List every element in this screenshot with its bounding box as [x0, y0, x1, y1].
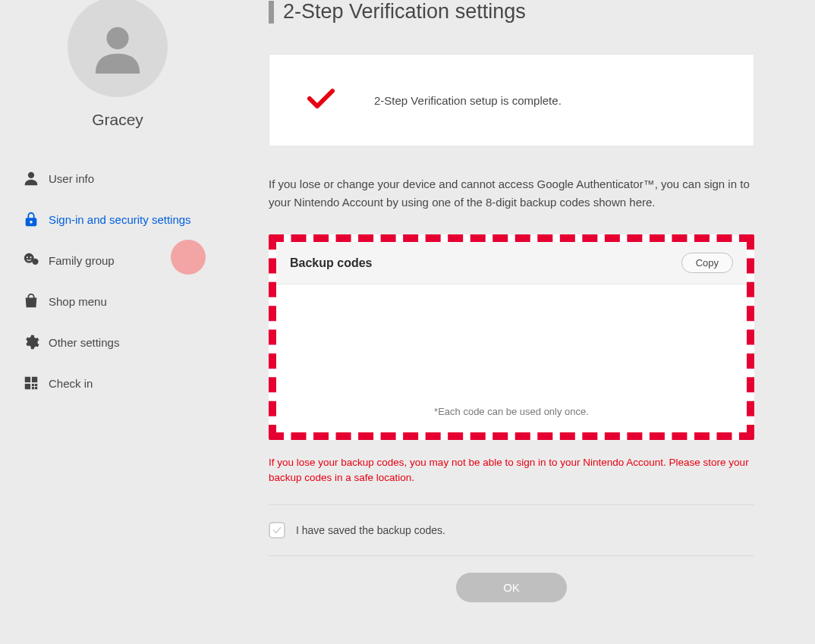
svg-point-3	[32, 259, 38, 265]
check-icon	[307, 88, 335, 112]
backup-header: Backup codes Copy	[276, 242, 747, 284]
backup-title: Backup codes	[290, 256, 372, 270]
sidebar-item-label: Family group	[49, 254, 115, 267]
sidebar-item-label: Check in	[49, 377, 93, 390]
checkbox-label: I have saved the backup codes.	[296, 524, 445, 536]
svg-point-1	[28, 172, 34, 178]
status-card: 2-Step Verification setup is complete.	[269, 54, 754, 146]
backup-codes-section: Backup codes Copy *Each code can be used…	[269, 234, 754, 440]
svg-rect-7	[32, 377, 37, 382]
sidebar-item-security[interactable]: Sign-in and security settings	[23, 199, 212, 240]
copy-button[interactable]: Copy	[681, 253, 733, 273]
qr-icon	[23, 375, 39, 391]
bag-icon	[23, 293, 39, 309]
svg-rect-10	[35, 384, 37, 386]
main-content: 2-Step Verification settings 2-Step Veri…	[235, 0, 815, 602]
page-title: 2-Step Verification settings	[283, 0, 526, 24]
sidebar-nav: User info Sign-in and security settings …	[23, 158, 212, 404]
gear-icon	[23, 334, 39, 350]
svg-rect-11	[32, 387, 34, 389]
backup-body: *Each code can be used only once.	[276, 284, 747, 432]
page-title-wrap: 2-Step Verification settings	[269, 0, 754, 24]
warning-text: If you lose your backup codes, you may n…	[269, 455, 754, 486]
ok-button[interactable]: OK	[456, 573, 567, 602]
svg-point-4	[27, 256, 28, 258]
svg-point-5	[30, 256, 31, 258]
sidebar-item-label: Sign-in and security settings	[49, 213, 191, 226]
saved-codes-checkbox[interactable]	[269, 522, 285, 539]
svg-rect-9	[32, 384, 34, 386]
title-accent-bar	[269, 1, 274, 24]
username: Gracey	[92, 111, 143, 129]
sidebar-item-user-info[interactable]: User info	[23, 158, 212, 199]
sidebar-item-label: User info	[49, 172, 94, 185]
svg-rect-8	[25, 384, 30, 389]
user-icon	[23, 170, 39, 187]
sidebar-item-checkin[interactable]: Check in	[23, 363, 212, 404]
sidebar: Gracey User info Sign-in and security se…	[0, 0, 235, 602]
svg-point-0	[106, 27, 128, 49]
family-icon	[23, 252, 39, 269]
sidebar-item-label: Other settings	[49, 336, 119, 349]
status-text: 2-Step Verification setup is complete.	[374, 94, 562, 107]
svg-rect-12	[35, 387, 37, 389]
sidebar-item-shop[interactable]: Shop menu	[23, 281, 212, 322]
svg-rect-6	[25, 377, 30, 382]
checkbox-row: I have saved the backup codes.	[269, 505, 754, 555]
sidebar-item-other[interactable]: Other settings	[23, 322, 212, 363]
sidebar-item-label: Shop menu	[49, 295, 107, 308]
ok-button-wrap: OK	[269, 556, 754, 602]
backup-note: *Each code can be used only once.	[291, 406, 732, 417]
annotation-dot	[171, 240, 206, 275]
profile: Gracey	[23, 0, 212, 129]
description-text: If you lose or change your device and ca…	[269, 175, 754, 212]
lock-icon	[23, 211, 39, 228]
avatar	[68, 0, 168, 97]
